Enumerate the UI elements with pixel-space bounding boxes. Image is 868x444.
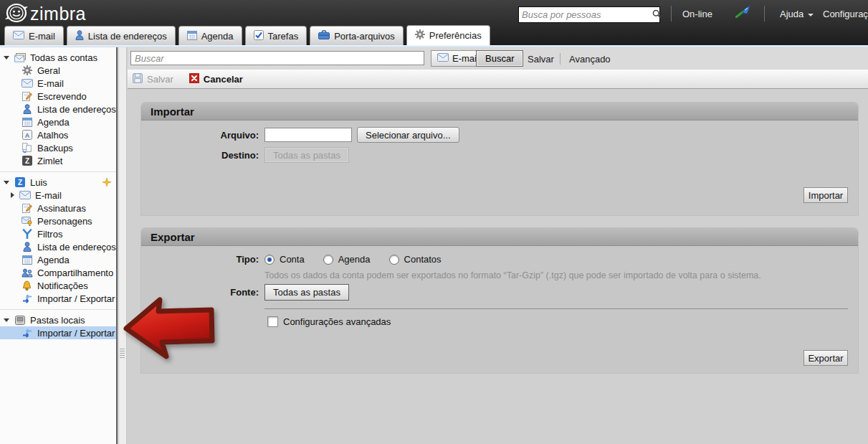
filter-icon	[21, 229, 33, 239]
app-tab-bar: E-mailLista de endereçosAgendaTarefasPor…	[4, 25, 490, 45]
import-panel-title: Importar	[141, 103, 858, 121]
search-button[interactable]: Buscar	[476, 50, 523, 67]
search-save-link[interactable]: Salvar	[528, 54, 554, 65]
persona-icon	[21, 217, 33, 226]
help-menu[interactable]: Ajuda	[780, 9, 814, 19]
floppy-disk-icon	[133, 73, 143, 85]
export-type-radio-group: ContaAgendaContatos	[264, 254, 442, 265]
person-icon	[21, 242, 33, 252]
divider	[264, 308, 848, 309]
expander-down-icon[interactable]	[4, 56, 9, 60]
shortcutA-icon: A	[21, 130, 33, 140]
search-advanced-link[interactable]: Avançado	[569, 54, 611, 65]
zimletBlue-icon: Z	[14, 177, 26, 187]
search-bar: E-mail Buscar Salvar Avançado	[128, 47, 868, 70]
tab-briefcase[interactable]: Porta-arquivos	[310, 26, 404, 45]
impexp-icon	[21, 294, 33, 303]
mail-icon	[19, 191, 31, 199]
import-button[interactable]: Importar	[803, 187, 848, 203]
sidebar-item-assinaturas[interactable]: Assinaturas	[0, 202, 116, 214]
divider	[560, 53, 561, 65]
destination-folder-button[interactable]: Todas as pastas	[264, 147, 349, 163]
choose-file-button[interactable]: Selecionar arquivo...	[357, 127, 459, 143]
expander-down-icon[interactable]	[4, 181, 9, 184]
export-type-help: Todos os dados da conta podem ser export…	[264, 270, 844, 280]
search-icon[interactable]	[652, 9, 662, 21]
radio-button-icon[interactable]	[323, 255, 333, 265]
sidebar-item-geral[interactable]: Geral	[0, 64, 116, 77]
share-icon	[21, 268, 33, 278]
sidebar-item-escrevendo[interactable]: Escrevendo	[0, 90, 116, 103]
people-search-input[interactable]	[519, 9, 652, 21]
source-row: Fonte: Todas as pastas	[141, 284, 349, 301]
sidebar-gutter	[119, 47, 127, 444]
radio-contatos[interactable]: Contatos	[389, 254, 442, 265]
tab-preferences[interactable]: Preferências	[406, 25, 490, 45]
mail-icon	[21, 79, 33, 88]
sidebar-item-agenda[interactable]: Agenda	[0, 253, 116, 266]
sidebar-item-filtros[interactable]: Filtros	[0, 227, 116, 240]
preferences-toolbar: Salvar Cancelar	[128, 70, 868, 89]
task-icon	[254, 30, 264, 42]
radio-button-icon[interactable]	[389, 255, 399, 265]
main-area: E-mail Buscar Salvar Avançado Salvar Can…	[128, 47, 868, 444]
advanced-settings-checkbox[interactable]	[267, 316, 278, 327]
type-label: Tipo:	[141, 254, 264, 265]
preferences-sidebar: Todas as contasGeralE-mailEscrevendoList…	[0, 47, 118, 444]
sidebar-item-importar-exportar[interactable]: Importar / Exportar	[0, 326, 116, 339]
settings-menu[interactable]: Configuração	[823, 9, 868, 19]
advanced-settings-option[interactable]: Configurações avançadas	[267, 316, 391, 327]
sidebar-item-lista-de-enderecos[interactable]: Lista de endereços	[0, 240, 116, 253]
sidebar-item-lista-de-enderecos[interactable]: Lista de endereços	[0, 103, 116, 115]
tab-calendar[interactable]: Agenda	[178, 26, 242, 45]
sidebar-item-compartilhamento[interactable]: Compartilhamento	[0, 266, 116, 279]
zimbra-app-window: zimbra On-line Ajuda Configuração E-mail…	[0, 0, 868, 444]
radio-conta[interactable]: Conta	[264, 254, 305, 265]
sidebar-item-e-mail[interactable]: E-mail	[0, 189, 116, 202]
mail-icon	[437, 53, 449, 64]
radio-agenda[interactable]: Agenda	[323, 254, 371, 265]
tab-contacts[interactable]: Lista de endereços	[67, 26, 176, 45]
gear-icon	[21, 65, 33, 75]
sidebar-section-header-luis[interactable]: ZLuis	[0, 176, 116, 189]
sidebar-section-todas-as-contas: Todas as contasGeralE-mailEscrevendoList…	[0, 47, 116, 171]
type-row: Tipo: ContaAgendaContatos	[141, 254, 442, 265]
sidebar-item-e-mail[interactable]: E-mail	[0, 77, 116, 90]
compose-icon	[21, 203, 33, 213]
sidebar-item-personagens[interactable]: Personagens	[0, 214, 116, 227]
sidebar-item-importar-exportar[interactable]: Importar / Exportar	[0, 292, 116, 305]
export-panel-title: Exportar	[141, 228, 858, 246]
header-divider	[764, 6, 765, 22]
sidebar-item-atalhos[interactable]: AAtalhos	[0, 128, 116, 141]
cancel-x-icon	[189, 73, 199, 85]
logo-wordmark: zimbra	[30, 4, 86, 24]
destination-row: Destino: Todas as pastas	[141, 147, 349, 163]
backup-icon	[21, 143, 33, 153]
sidebar-section-header-pastas-locais[interactable]: Pastas locais	[0, 313, 116, 326]
source-label: Fonte:	[141, 287, 264, 298]
sidebar-resize-handle[interactable]	[120, 349, 125, 359]
sidebar-item-zimlet[interactable]: ZZimlet	[0, 154, 116, 167]
sidebar-item-notificacoes[interactable]: Notificações	[0, 279, 116, 292]
search-input[interactable]	[130, 51, 424, 65]
source-folder-button[interactable]: Todas as pastas	[264, 284, 349, 301]
sidebar-item-backups[interactable]: Backups	[0, 141, 116, 154]
export-button[interactable]: Exportar	[803, 350, 848, 366]
sidebar-item-agenda[interactable]: Agenda	[0, 115, 116, 128]
tab-email[interactable]: E-mail	[4, 26, 64, 45]
expander-down-icon[interactable]	[4, 318, 9, 322]
sidebar-section-header-todas-as-contas[interactable]: Todas as contas	[0, 51, 116, 64]
import-panel: Importar Arquivo: Selecionar arquivo... …	[141, 103, 858, 215]
save-button[interactable]: Salvar	[133, 73, 173, 85]
cancel-button[interactable]: Cancelar	[189, 73, 243, 85]
tab-tasks[interactable]: Tarefas	[245, 26, 307, 45]
people-search-box	[518, 6, 660, 23]
file-path-input[interactable]	[264, 128, 352, 142]
svg-text:A: A	[24, 132, 29, 139]
expander-right-icon[interactable]	[11, 192, 14, 198]
zimbra-logo: zimbra	[4, 2, 86, 26]
radio-button-icon[interactable]	[264, 255, 275, 265]
impexp-icon	[21, 329, 33, 338]
accounts-icon	[14, 53, 26, 62]
briefcase-icon	[318, 30, 330, 42]
